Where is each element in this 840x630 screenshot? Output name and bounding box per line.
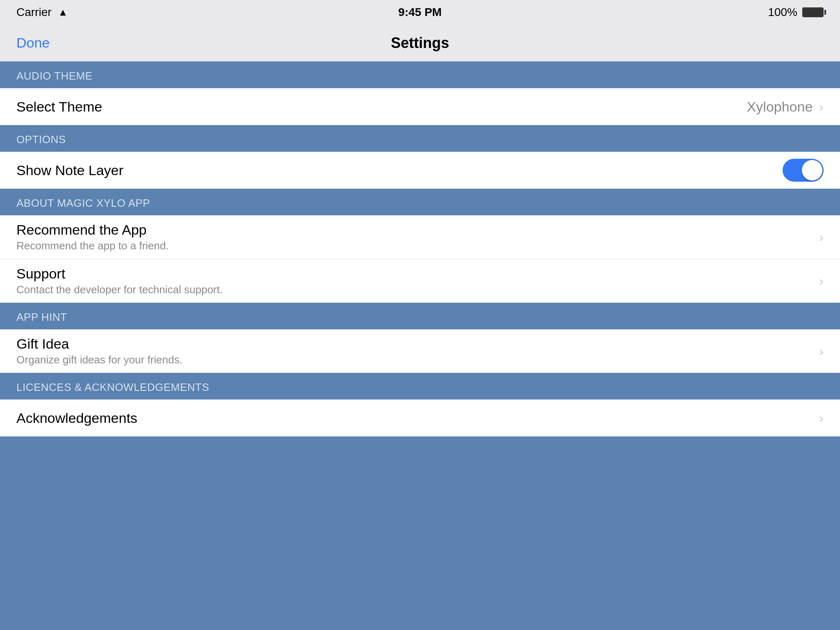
gift-idea-row[interactable]: Gift Idea Organize gift ideas for your f… <box>0 329 840 373</box>
recommend-app-chevron: › <box>819 230 824 245</box>
acknowledgements-title: Acknowledgements <box>16 410 819 426</box>
settings-content: AUDIO THEME Select Theme Xylophone › OPT… <box>0 62 840 436</box>
show-note-layer-row: Show Note Layer <box>0 152 840 189</box>
section-app-hint-header: APP HINT <box>0 303 840 329</box>
support-chevron: › <box>819 274 824 289</box>
select-theme-row[interactable]: Select Theme Xylophone › <box>0 88 840 125</box>
select-theme-title: Select Theme <box>16 99 747 115</box>
show-note-layer-content: Show Note Layer <box>16 156 783 185</box>
recommend-app-row[interactable]: Recommend the App Recommend the app to a… <box>0 215 840 259</box>
done-button[interactable]: Done <box>16 35 50 51</box>
section-licences-header: LICENCES & ACKNOWLEDGEMENTS <box>0 373 840 399</box>
section-about-label: ABOUT MAGIC XYLO APP <box>16 197 150 209</box>
bottom-fill <box>0 436 840 630</box>
section-licences-label: LICENCES & ACKNOWLEDGEMENTS <box>16 381 209 393</box>
support-right: › <box>819 274 824 289</box>
gift-idea-chevron: › <box>819 344 824 359</box>
select-theme-value: Xylophone <box>747 99 813 115</box>
select-theme-content: Select Theme <box>16 92 747 121</box>
gift-idea-title: Gift Idea <box>16 336 819 352</box>
status-bar-left: Carrier ▲ <box>16 6 68 19</box>
acknowledgements-content: Acknowledgements <box>16 404 819 433</box>
support-title: Support <box>16 266 819 282</box>
acknowledgements-chevron: › <box>819 411 824 426</box>
show-note-layer-right <box>783 159 824 182</box>
carrier-label: Carrier <box>16 6 52 19</box>
acknowledgements-right: › <box>819 411 824 426</box>
show-note-layer-title: Show Note Layer <box>16 162 783 178</box>
section-app-hint-label: APP HINT <box>16 311 67 323</box>
recommend-app-subtitle: Recommend the app to a friend. <box>16 240 819 252</box>
status-bar-right: 100% <box>768 6 824 19</box>
recommend-app-right: › <box>819 230 824 245</box>
select-theme-chevron: › <box>819 99 824 114</box>
support-subtitle: Contact the developer for technical supp… <box>16 283 819 296</box>
wifi-icon: ▲ <box>58 7 68 18</box>
recommend-app-content: Recommend the App Recommend the app to a… <box>16 215 819 259</box>
section-audio-theme-label: AUDIO THEME <box>16 70 93 82</box>
status-bar: Carrier ▲ 9:45 PM 100% <box>0 0 840 25</box>
toggle-knob <box>802 160 822 180</box>
section-about-header: ABOUT MAGIC XYLO APP <box>0 189 840 215</box>
show-note-layer-toggle[interactable] <box>783 159 824 182</box>
page-title: Settings <box>391 34 449 52</box>
section-options-label: OPTIONS <box>16 133 66 146</box>
acknowledgements-row[interactable]: Acknowledgements › <box>0 399 840 436</box>
recommend-app-title: Recommend the App <box>16 222 819 238</box>
gift-idea-right: › <box>819 344 824 359</box>
support-content: Support Contact the developer for techni… <box>16 259 819 303</box>
select-theme-right: Xylophone › <box>747 99 824 115</box>
gift-idea-content: Gift Idea Organize gift ideas for your f… <box>16 329 819 373</box>
nav-bar: Done Settings <box>0 25 840 62</box>
battery-percent: 100% <box>768 6 797 19</box>
section-options-header: OPTIONS <box>0 125 840 152</box>
section-audio-theme-header: AUDIO THEME <box>0 62 840 88</box>
gift-idea-subtitle: Organize gift ideas for your friends. <box>16 354 819 366</box>
status-bar-time: 9:45 PM <box>398 6 442 19</box>
battery-icon <box>802 7 824 17</box>
support-row[interactable]: Support Contact the developer for techni… <box>0 259 840 303</box>
